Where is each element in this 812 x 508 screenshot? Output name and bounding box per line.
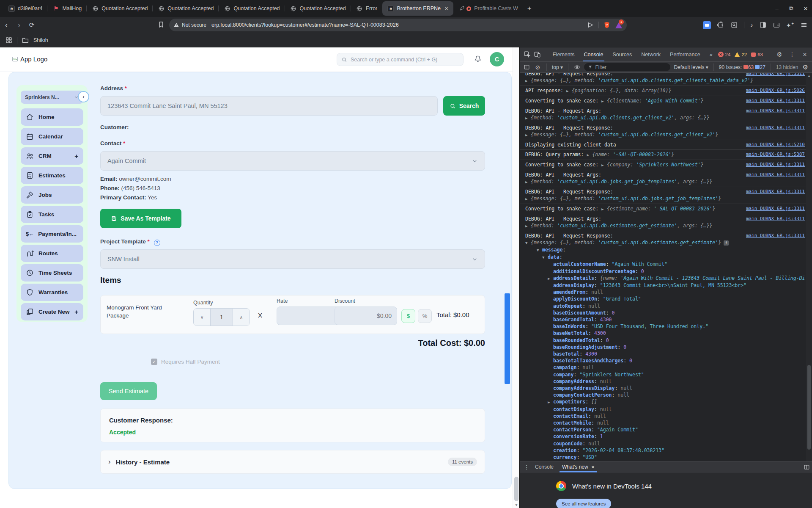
app-logo[interactable]: App Logo: [12, 55, 47, 63]
console-object-property[interactable]: companyContactPerson: null: [525, 392, 805, 398]
sidebar-item-create-new[interactable]: Create New+: [21, 303, 83, 320]
console-object-property[interactable]: baseGrandTotal: 4300: [525, 316, 805, 323]
kebab-menu-icon[interactable]: ⋮: [788, 50, 796, 59]
quantity-decrease-button[interactable]: ∨: [194, 309, 210, 326]
expand-plus-icon[interactable]: +: [74, 308, 78, 315]
send-estimate-button[interactable]: Send Estimate: [100, 382, 157, 400]
console-settings-gear-icon[interactable]: ⚙: [801, 63, 809, 72]
close-devtools-icon[interactable]: ✕: [801, 50, 809, 59]
console-object-property[interactable]: baseRoundingAdjustment: 0: [525, 344, 805, 351]
console-object-property[interactable]: contactEmail: null: [525, 413, 805, 420]
close-tab-icon[interactable]: ✕: [444, 6, 448, 11]
restore-icon[interactable]: ⧉: [788, 5, 794, 12]
help-icon[interactable]: ?: [154, 240, 160, 246]
console-source-link[interactable]: main-DUBNX-6R.js:3311: [746, 108, 805, 114]
new-tab-button[interactable]: +: [523, 4, 536, 13]
console-object-property[interactable]: autoRepeat: null: [525, 303, 805, 309]
console-object-property[interactable]: baseNetTotal: 4300: [525, 330, 805, 337]
device-toolbar-icon[interactable]: [533, 50, 542, 59]
extensions-puzzle-icon[interactable]: [717, 21, 724, 29]
user-avatar[interactable]: C: [490, 52, 504, 66]
half-payment-checkbox[interactable]: ✓: [151, 359, 157, 365]
context-selector[interactable]: top ▾: [552, 64, 563, 70]
console-object-property[interactable]: ▼message:: [525, 246, 805, 254]
sidebar-item-warranties[interactable]: Warranties: [21, 284, 83, 301]
inspect-element-icon[interactable]: [523, 50, 532, 59]
console-source-link[interactable]: main-DUBNX-6R.js:3311: [746, 161, 805, 168]
wallet-extension-icon[interactable]: [703, 21, 711, 29]
console-object-property[interactable]: amendedFrom: null: [525, 289, 805, 295]
devtools-tab-performance[interactable]: Performance: [666, 47, 704, 61]
media-icon[interactable]: ♪: [750, 22, 753, 28]
console-source-link[interactable]: main-DUBNX-6R.js:3311: [746, 124, 805, 131]
extension-badge-icon[interactable]: 1: [615, 21, 623, 29]
console-source-link[interactable]: main-DUBNX-6R.js:3311: [746, 215, 805, 222]
devtools-tab-elements[interactable]: Elements: [549, 47, 578, 61]
browser-tab[interactable]: Quotation Accepted: [285, 1, 351, 16]
console-object-property[interactable]: campaign: null: [525, 364, 805, 371]
console-object-property[interactable]: ▼data:: [525, 254, 805, 261]
address-input[interactable]: 123643 Commit Lane Saint Paul, MN 55123: [100, 96, 438, 116]
issues-summary[interactable]: 90 Issues: 63 27: [719, 64, 765, 70]
console-object-property[interactable]: companyAddressDisplay: null: [525, 385, 805, 392]
drawer-tab-console[interactable]: Console: [531, 462, 558, 472]
discount-percent-button[interactable]: %: [418, 309, 432, 323]
sidebar-item-tasks[interactable]: Tasks: [21, 206, 83, 223]
browser-tab[interactable]: Profitable Casts W: [453, 1, 523, 16]
eye-icon[interactable]: [573, 63, 581, 72]
console-source-link[interactable]: main-DUBNX-6R.js:3311: [746, 205, 805, 213]
console-object-property[interactable]: additionalDiscountPercentage: 0: [525, 268, 805, 275]
sidebar-item-jobs[interactable]: Jobs: [21, 186, 83, 204]
sidebar-collapse-button[interactable]: ‹: [78, 91, 89, 102]
discount-input[interactable]: $0.00: [335, 306, 397, 325]
back-icon[interactable]: ‹: [0, 21, 13, 30]
console-object-property[interactable]: contactMobile: null: [525, 420, 805, 426]
settings-gear-icon[interactable]: ⚙: [775, 50, 784, 59]
search-button[interactable]: Search: [443, 96, 485, 116]
command-search-input[interactable]: Search or type a command (Ctrl + G): [337, 53, 464, 66]
sidebar-item-routes[interactable]: Routes: [21, 245, 83, 262]
console-scrollbar[interactable]: ▲: [806, 73, 812, 461]
browser-tab[interactable]: Error: [351, 1, 383, 16]
page-scrollbar-thumb[interactable]: [514, 477, 518, 501]
browser-tab[interactable]: eBrotherton ERPNe✕: [382, 1, 453, 16]
console-sidebar-icon[interactable]: [523, 63, 531, 72]
forward-icon[interactable]: ›: [13, 21, 25, 30]
console-object-property[interactable]: conversionRate: 1: [525, 433, 805, 440]
console-object-property[interactable]: baseRoundedTotal: 0: [525, 337, 805, 344]
devtools-tab-network[interactable]: Network: [637, 47, 664, 61]
log-levels-selector[interactable]: Default levels ▾: [674, 64, 708, 70]
console-source-link[interactable]: main-DUBNX-6R.js:3311: [746, 73, 805, 77]
console-object-property[interactable]: baseDiscountAmount: 0: [525, 309, 805, 316]
console-object-property[interactable]: baseTotalTaxesAndCharges: 0: [525, 357, 805, 364]
browser-tab[interactable]: Quotation Accepted: [219, 1, 285, 16]
console-source-link[interactable]: main-DUBNX-6R.js:3311: [746, 97, 805, 105]
console-object-property[interactable]: baseTotal: 4300: [525, 351, 805, 357]
menu-hamburger-icon[interactable]: [800, 21, 808, 29]
sidebar-item-crm[interactable]: CRM+: [21, 147, 83, 165]
console-scrollbar-thumb[interactable]: [807, 365, 811, 450]
console-object-property[interactable]: baseInWords: "USD Four Thousand, Three H…: [525, 323, 805, 330]
expand-plus-icon[interactable]: +: [74, 152, 78, 160]
browser-tab[interactable]: ⚑MailHog: [47, 1, 87, 16]
brave-wallet-icon[interactable]: [773, 21, 780, 29]
brave-shield-icon[interactable]: [603, 21, 611, 29]
console-source-link[interactable]: main-DUBNX-6R.js:5387: [746, 151, 805, 158]
console-object-property[interactable]: ▶addressDetails: {name: 'Again With Comm…: [525, 275, 805, 282]
console-source-link[interactable]: main-DUBNX-6R.js:3311: [746, 188, 805, 195]
console-object-property[interactable]: company: "Sprinklers Northwest": [525, 371, 805, 378]
browser-tab[interactable]: ed3i9ei0ar4: [3, 1, 47, 16]
reload-icon[interactable]: ⟳: [25, 21, 38, 29]
save-as-template-button[interactable]: Save As Template: [100, 209, 181, 228]
notifications-bell-icon[interactable]: [474, 55, 482, 63]
form-scrollbar-thumb[interactable]: [505, 293, 510, 384]
address-bar[interactable]: Not secure erp.local:8000/clients?lookup…: [169, 19, 627, 31]
more-tabs-icon[interactable]: »: [706, 47, 716, 61]
quantity-increase-button[interactable]: ∧: [233, 309, 250, 326]
console-object-property[interactable]: addressDisplay: "123643 Commit Lane<br>\…: [525, 282, 805, 289]
sidebar-item-calendar[interactable]: Calendar: [21, 128, 83, 145]
tab-groups-grid-icon[interactable]: [5, 36, 13, 44]
contact-select[interactable]: Again Commit: [100, 151, 485, 171]
project-template-select[interactable]: SNW Install: [100, 249, 485, 269]
bookmark-folder-shiloh[interactable]: Shiloh: [33, 37, 48, 43]
